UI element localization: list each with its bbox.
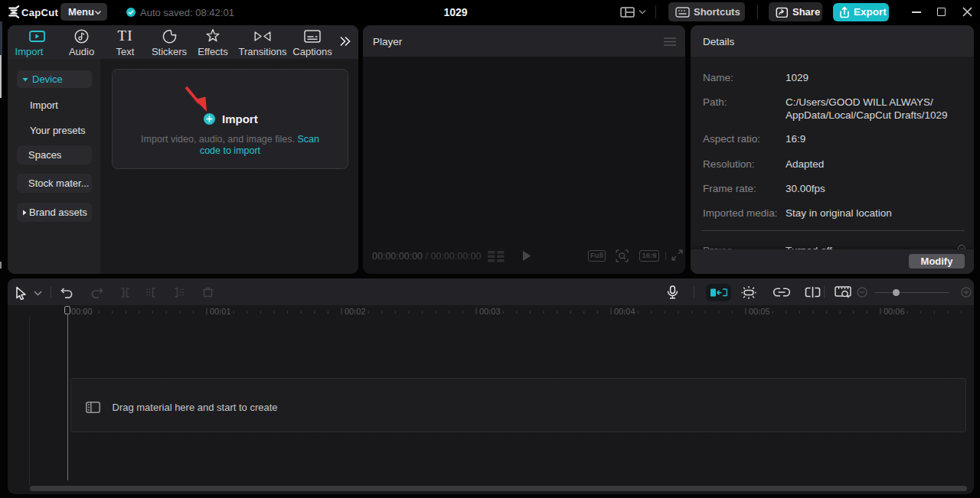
svg-text:00:04: 00:04 (614, 307, 635, 316)
svg-text:00:01: 00:01 (210, 307, 231, 316)
svg-text:00:06: 00:06 (884, 307, 905, 316)
svg-text:00:00: 00:00 (71, 307, 93, 316)
svg-text:00:02: 00:02 (345, 307, 366, 316)
svg-text:00:03: 00:03 (479, 307, 501, 316)
svg-text:00:05: 00:05 (749, 307, 770, 316)
